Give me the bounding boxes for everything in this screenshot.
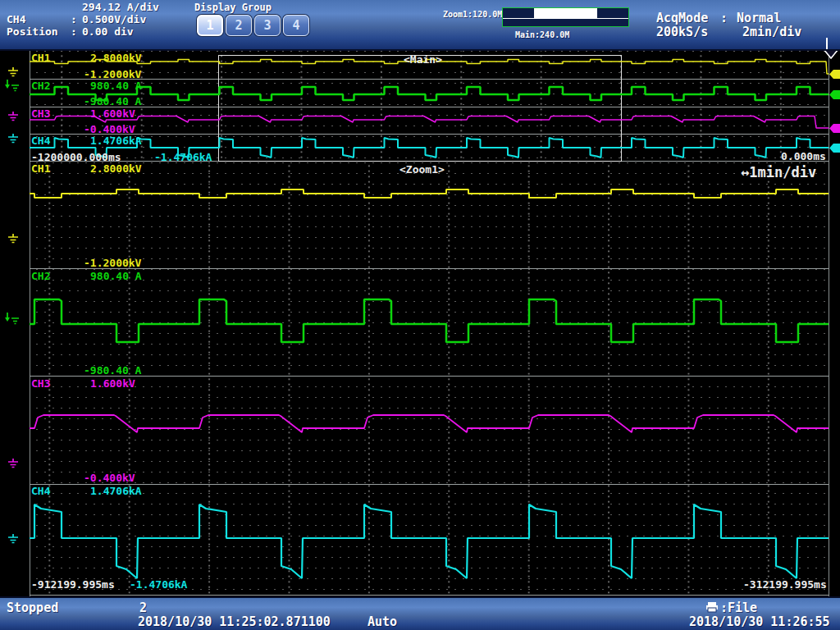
- main-ch3-ground-icon: [7, 110, 20, 126]
- position-colon: :: [71, 25, 77, 38]
- zoom-window-title: <Zoom1>: [399, 163, 445, 176]
- acqmode-value: Normal: [737, 11, 781, 25]
- ch4-current-scale: 294.12 A/div: [82, 1, 159, 13]
- zoom-ch1-top-value: 2.8000kV: [90, 162, 142, 175]
- ch4-name: CH4: [7, 13, 25, 25]
- main-ch4-top-value: 1.4706kA: [90, 135, 142, 147]
- zoom-ch4-ground-icon: [7, 532, 20, 548]
- main-ch2-top-value: 980.40 A: [90, 80, 142, 92]
- acqmode-colon: :: [720, 11, 728, 25]
- acqmode-label: AcqMode: [656, 11, 708, 25]
- zoom-ch3-bottom-value: -0.400kV: [84, 472, 135, 484]
- main-ch2-bottom-value: -980.40 A: [84, 95, 141, 107]
- zoom-trace-ch1: [30, 189, 829, 198]
- zoom-ch4-top-value: 1.4706kA: [90, 485, 142, 497]
- zoom-ch2-top-value: 980.40 A: [90, 270, 142, 282]
- main-trace-ch3: [30, 116, 829, 129]
- acquisition-timestamp: 2018/10/30 11:25:02.871100: [138, 614, 331, 629]
- main-ch3-bottom-value: -0.400kV: [84, 123, 135, 135]
- main-timebase: 2min/div: [742, 25, 801, 39]
- zoom-ch1-bottom-value: -1.2000kV: [84, 257, 141, 269]
- main-length-label: Main:240.0M: [515, 30, 569, 39]
- zoom-ch4-label: CH4: [31, 485, 50, 497]
- main-ch2-trigger-ground-icon: [4, 80, 20, 97]
- main-trace-ch4: [30, 138, 829, 158]
- sample-rate: 200kS/s: [656, 25, 708, 39]
- zoom-region-highlight: [534, 8, 597, 18]
- printer-icon: [705, 602, 719, 613]
- main-trace-ch2: [30, 87, 829, 100]
- header-bar: 294.12 A/div CH4 : 0.500V/div Position :…: [0, 0, 840, 51]
- trigger-position-tick: [826, 38, 828, 49]
- acquisition-state: Stopped: [7, 600, 58, 615]
- zoom-ch2-trigger-ground-icon: [4, 313, 20, 330]
- zoom-ch2-label: CH2: [31, 270, 50, 282]
- main-left-value: -1.4706kA: [154, 151, 212, 163]
- display-group-button-2[interactable]: 2: [226, 15, 252, 36]
- main-ch1-label: CH1: [31, 52, 50, 64]
- display-group-button-3[interactable]: 3: [254, 15, 281, 36]
- position-label: Position: [7, 25, 58, 38]
- ch4-colon: :: [71, 13, 77, 25]
- main-ch4-ground-icon: [7, 132, 20, 148]
- zoom-position-indicator[interactable]: [502, 7, 629, 27]
- zoom-record-line: [503, 18, 628, 19]
- main-ch1-bottom-value: -1.2000kV: [84, 68, 141, 80]
- display-group-button-1[interactable]: 1: [197, 15, 223, 36]
- zoom-left-time: -912199.995ms: [31, 578, 115, 591]
- zoom1-length-label: Zoom1:120.0M: [443, 10, 502, 19]
- trigger-mode: Auto: [368, 614, 397, 629]
- main-ch3-top-value: 1.600kV: [90, 107, 135, 120]
- zoom-left-value: -1.4706kA: [130, 578, 187, 591]
- main-left-time: -1200000.000ms: [31, 151, 121, 163]
- main-ch1-top-value: 2.8000kV: [90, 52, 142, 64]
- status-bar: Stopped 2 2018/10/30 11:25:02.871100 Aut…: [0, 596, 840, 630]
- oscilloscope-screen: 294.12 A/div CH4 : 0.500V/div Position :…: [0, 0, 840, 630]
- group-number: 2: [139, 600, 147, 615]
- zoom-trace-ch4: [30, 504, 829, 578]
- main-ch2-label: CH2: [31, 80, 50, 92]
- main-ch3-label: CH3: [31, 107, 50, 120]
- zoom-ch3-top-value: 1.600kV: [90, 377, 135, 390]
- zoom-ch3-label: CH3: [31, 377, 50, 390]
- position-value: 0.00 div: [82, 25, 134, 38]
- display-group-button-4[interactable]: 4: [283, 15, 309, 36]
- zoom-ch1-label: CH1: [31, 162, 50, 175]
- zoom-ch2-bottom-value: -980.40 A: [84, 364, 141, 377]
- main-ch4-label: CH4: [31, 135, 50, 147]
- main-right-time: 0.000ms: [781, 150, 826, 162]
- print-target-label: :File: [720, 600, 757, 615]
- zoom-timebase: ↔1min/div: [741, 164, 816, 180]
- display-group-label: Display Group: [194, 2, 272, 13]
- ch4-volt-scale: 0.500V/div: [82, 13, 146, 25]
- zoom-trace-ch3: [30, 415, 829, 432]
- main-window-title: <Main>: [404, 53, 442, 66]
- zoom-ch3-ground-icon: [7, 457, 20, 472]
- zoom-ch1-ground-icon: [7, 232, 20, 248]
- zoom-trace-ch2: [30, 299, 829, 342]
- zoom-right-time: -312199.995ms: [743, 578, 827, 591]
- clock: 2018/10/30 11:26:55: [689, 614, 830, 629]
